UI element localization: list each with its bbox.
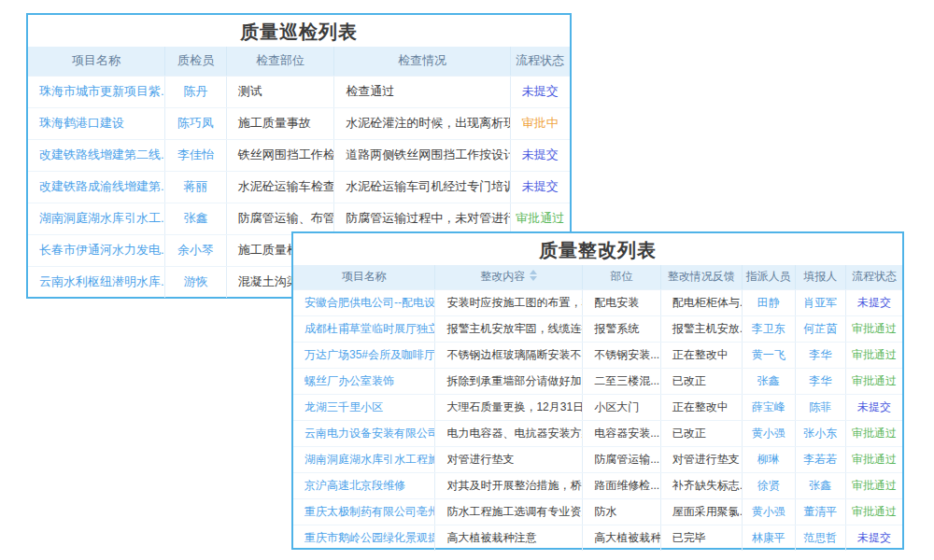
assignee-name: 田静 xyxy=(743,289,796,315)
column-header-feedback: 整改情况反馈 xyxy=(660,265,742,289)
rectify-feedback-cell: 已改正 xyxy=(660,420,742,446)
rectification-table-panel: 质量整改列表 项目名称整改内容部位整改情况反馈指派人员填报人流程状态 安徽合肥供… xyxy=(291,231,904,550)
project-name-link[interactable]: 螺丝厂办公室装饰 xyxy=(293,368,435,394)
project-name-link[interactable]: 改建铁路成渝线增建第... xyxy=(28,171,165,203)
project-name-link[interactable]: 重庆太极制药有限公司亳州中... xyxy=(293,498,435,525)
project-name-link[interactable]: 改建铁路线增建第二线... xyxy=(28,139,165,171)
project-name-link[interactable]: 安徽合肥供电公司--配电设备... xyxy=(293,289,435,315)
project-name-link[interactable]: 成都杜甫草堂临时展厅独立展... xyxy=(293,315,435,342)
rectify-content-cell: 拆除到承重墙部分请做好加固... xyxy=(435,368,583,394)
project-name-link[interactable]: 重庆市鹅岭公园绿化景观提升... xyxy=(293,525,435,551)
reporter-name: 张鑫 xyxy=(795,472,845,498)
project-name-link[interactable]: 长春市伊通河水力发电... xyxy=(28,234,165,266)
table-row: 云南电力设备安装有限公司20...电力电容器、电抗器安装方案,...电容器安装.… xyxy=(293,420,902,446)
project-name-link[interactable]: 云南电力设备安装有限公司20... xyxy=(293,420,435,446)
project-name-link[interactable]: 湖南洞庭湖水库引水工... xyxy=(28,203,165,234)
workflow-status-badge: 审批通过 xyxy=(845,368,902,394)
table-row: 珠海鹤港口建设陈巧凤施工质量事故水泥砼灌注的时候，出现离析现象审批中 xyxy=(28,107,570,139)
rectify-part-cell: 小区大门 xyxy=(583,394,660,420)
inspection-part-cell: 水泥砼运输车检查 xyxy=(226,171,333,203)
project-name-link[interactable]: 万达广场35#会所及咖啡厅空... xyxy=(293,342,435,368)
project-name-link[interactable]: 湖南洞庭湖水库引水工程施工I标 xyxy=(293,446,435,472)
inspector-name: 游恢 xyxy=(165,266,227,298)
assignee-name: 张鑫 xyxy=(743,368,796,394)
project-name-link[interactable]: 云南水利枢纽潜明水库... xyxy=(28,266,165,298)
table-row: 湖南洞庭湖水库引水工程施工I标对管进行垫支防腐管运输...对管进行垫支柳琳李若若… xyxy=(293,446,902,472)
inspection-part-cell: 测试 xyxy=(226,76,333,107)
rectify-content-cell: 电力电容器、电抗器安装方案,... xyxy=(435,420,583,446)
column-header-content[interactable]: 整改内容 xyxy=(435,265,583,289)
inspector-name: 陈丹 xyxy=(165,76,227,107)
column-header-status: 流程状态 xyxy=(510,47,570,76)
table-row: 万达广场35#会所及咖啡厅空...不锈钢边框玻璃隔断安装不牢...不锈钢安装..… xyxy=(293,342,902,368)
column-header-label: 检查部位 xyxy=(256,53,304,67)
reporter-name: 陈菲 xyxy=(795,394,845,420)
rectify-part-cell: 二至三楼混... xyxy=(583,368,660,394)
reporter-name: 李华 xyxy=(795,342,845,368)
workflow-status-badge: 审批中 xyxy=(510,107,570,139)
rectify-feedback-cell: 已改正 xyxy=(660,368,742,394)
workflow-status-badge: 未提交 xyxy=(510,76,570,107)
column-header-label: 流程状态 xyxy=(852,270,897,283)
workflow-status-badge: 审批通过 xyxy=(845,472,902,498)
project-name-link[interactable]: 珠海鹤港口建设 xyxy=(28,107,165,139)
column-header-project: 项目名称 xyxy=(28,47,165,76)
table-header-row: 项目名称质检员检查部位检查情况流程状态 xyxy=(28,47,570,76)
inspector-name: 陈巧凤 xyxy=(165,107,227,139)
inspector-name: 余小琴 xyxy=(165,234,227,266)
inspection-part-cell: 防腐管运输、布管 xyxy=(226,203,333,234)
rectify-part-cell: 配电安装 xyxy=(583,289,660,315)
column-header-inspector: 质检员 xyxy=(165,47,227,76)
column-header-label: 质检员 xyxy=(177,53,214,67)
workflow-status-badge: 审批通过 xyxy=(845,420,902,446)
workflow-status-badge: 未提交 xyxy=(845,394,902,420)
assignee-name: 徐贤 xyxy=(743,472,796,498)
column-header-label: 检查情况 xyxy=(398,53,446,67)
table-row: 安徽合肥供电公司--配电设备...安装时应按施工图的布置，将...配电安装配电柜… xyxy=(293,289,902,315)
rectify-part-cell: 防腐管运输... xyxy=(583,446,660,472)
column-header-project: 项目名称 xyxy=(293,265,435,289)
inspector-name: 张鑫 xyxy=(165,203,227,234)
page-canvas: 质量巡检列表 项目名称质检员检查部位检查情况流程状态 珠海市城市更新项目紫...… xyxy=(0,0,934,560)
rectify-part-cell: 报警系统 xyxy=(583,315,660,342)
table-row: 龙湖三千里小区大理石质量更换，12月31日之...小区大门正在整改中薛宝峰陈菲未… xyxy=(293,394,902,420)
project-name-link[interactable]: 京沪高速北京段维修 xyxy=(293,472,435,498)
assignee-name: 黄小强 xyxy=(743,498,796,525)
workflow-status-badge: 审批通过 xyxy=(845,342,902,368)
reporter-name: 李若若 xyxy=(795,446,845,472)
inspector-name: 李佳怡 xyxy=(165,139,227,171)
workflow-status-badge: 审批通过 xyxy=(845,315,902,342)
assignee-name: 柳琳 xyxy=(743,446,796,472)
workflow-status-badge: 审批通过 xyxy=(845,498,902,525)
table-row: 重庆市鹅岭公园绿化景观提升...高大植被栽种注意高大植被栽种已完毕林康平范思哲未… xyxy=(293,525,902,551)
table-row: 成都杜甫草堂临时展厅独立展...报警主机安放牢固，线缆连接...报警系统报警主机… xyxy=(293,315,902,342)
column-header-label: 项目名称 xyxy=(72,53,120,67)
table-row: 京沪高速北京段维修对其及时开展整治措施，桥头...路面维修检...补齐缺失标志.… xyxy=(293,472,902,498)
inspection-situation-cell: 水泥砼运输车司机经过专门培训... xyxy=(334,171,511,203)
column-header-label: 流程状态 xyxy=(516,53,564,67)
project-name-link[interactable]: 珠海市城市更新项目紫... xyxy=(28,76,165,107)
project-name-link[interactable]: 龙湖三千里小区 xyxy=(293,394,435,420)
table-header-row: 项目名称整改内容部位整改情况反馈指派人员填报人流程状态 xyxy=(293,265,902,289)
workflow-status-badge: 审批通过 xyxy=(510,203,570,234)
rectify-feedback-cell: 报警主机安放... xyxy=(660,315,742,342)
rectify-feedback-cell: 正在整改中 xyxy=(660,394,742,420)
rectify-content-cell: 不锈钢边框玻璃隔断安装不牢... xyxy=(435,342,583,368)
inspector-name: 蒋丽 xyxy=(165,171,227,203)
rectify-content-cell: 防水工程施工选调有专业资质... xyxy=(435,498,583,525)
rectify-feedback-cell: 正在整改中 xyxy=(660,342,742,368)
reporter-name: 何芷茵 xyxy=(795,315,845,342)
sort-caret-icon[interactable] xyxy=(530,270,537,281)
table-row: 珠海市城市更新项目紫...陈丹测试检查通过未提交 xyxy=(28,76,570,107)
rectify-part-cell: 电容器安装... xyxy=(583,420,660,446)
rectify-content-cell: 对其及时开展整治措施，桥头... xyxy=(435,472,583,498)
reporter-name: 张小东 xyxy=(795,420,845,446)
column-header-status: 流程状态 xyxy=(845,265,902,289)
reporter-name: 范思哲 xyxy=(795,525,845,551)
assignee-name: 黄一飞 xyxy=(743,342,796,368)
rectification-table: 项目名称整改内容部位整改情况反馈指派人员填报人流程状态 安徽合肥供电公司--配电… xyxy=(293,265,902,551)
inspection-situation-cell: 防腐管运输过程中，未对管进行... xyxy=(334,203,511,234)
inspection-situation-cell: 水泥砼灌注的时候，出现离析现象 xyxy=(334,107,511,139)
table-row: 螺丝厂办公室装饰拆除到承重墙部分请做好加固...二至三楼混...已改正张鑫李华审… xyxy=(293,368,902,394)
table-row: 重庆太极制药有限公司亳州中...防水工程施工选调有专业资质...防水屋面采用聚氯… xyxy=(293,498,902,525)
